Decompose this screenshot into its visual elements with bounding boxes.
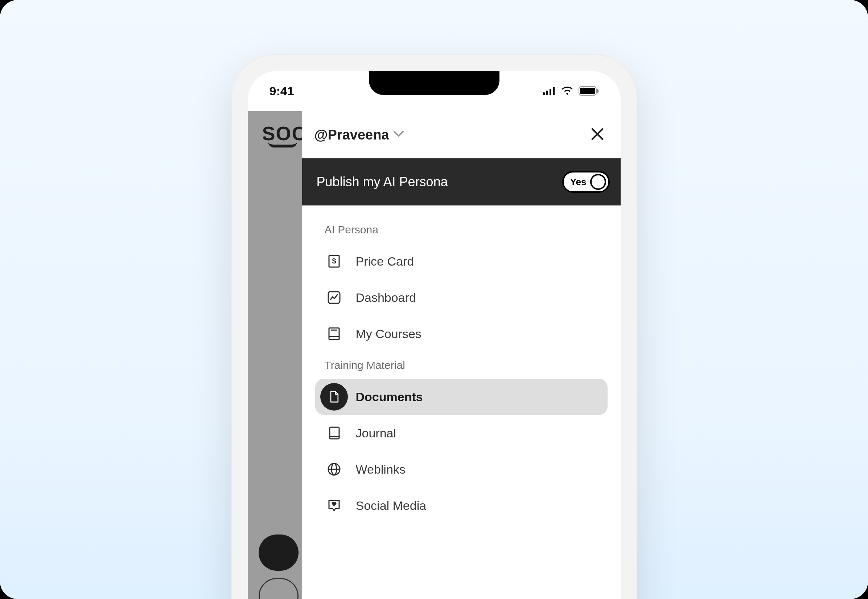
menu-item-my-courses[interactable]: My Courses: [315, 316, 608, 352]
publish-toggle[interactable]: Yes: [562, 171, 610, 193]
close-button[interactable]: [589, 126, 606, 143]
section-label-training-material: Training Material: [325, 359, 608, 372]
toggle-knob: [590, 174, 606, 190]
svg-rect-5: [580, 88, 595, 94]
account-handle: @Praveena: [314, 127, 389, 143]
menu-item-label: Social Media: [356, 499, 427, 513]
toggle-state-text: Yes: [570, 176, 587, 188]
drawer-header: @Praveena: [302, 111, 620, 158]
chevron-down-icon: [394, 131, 404, 139]
drawer-menu: AI Persona $ Price Card Dashboard: [302, 205, 620, 599]
account-switcher[interactable]: @Praveena: [314, 127, 404, 143]
menu-item-social-media[interactable]: Social Media: [315, 488, 608, 524]
courses-icon: [325, 324, 344, 343]
menu-item-journal[interactable]: Journal: [315, 415, 608, 451]
dashboard-icon: [325, 288, 344, 307]
background-secondary-button: [259, 578, 299, 599]
menu-item-label: Weblinks: [356, 462, 406, 477]
document-icon: [320, 383, 348, 411]
status-indicators: [543, 86, 599, 96]
wifi-icon: [561, 87, 574, 95]
menu-item-label: My Courses: [356, 327, 421, 341]
svg-rect-0: [543, 92, 545, 95]
battery-icon: [578, 86, 599, 96]
menu-item-weblinks[interactable]: Weblinks: [315, 451, 608, 488]
menu-item-label: Documents: [356, 390, 423, 404]
globe-icon: [325, 460, 344, 479]
menu-item-price-card[interactable]: $ Price Card: [315, 243, 608, 279]
background-primary-button: [259, 534, 299, 571]
menu-item-dashboard[interactable]: Dashboard: [315, 279, 608, 316]
chat-heart-icon: [325, 496, 344, 515]
phone-frame: 9:41 SOC: [231, 54, 637, 599]
menu-item-label: Dashboard: [356, 290, 416, 305]
journal-icon: [325, 424, 344, 442]
phone-notch: [369, 71, 500, 95]
svg-rect-2: [549, 89, 551, 95]
section-label-ai-persona: AI Persona: [325, 224, 608, 236]
menu-item-label: Price Card: [356, 254, 414, 268]
menu-item-documents[interactable]: Documents: [315, 379, 608, 415]
phone-screen: 9:41 SOC: [248, 71, 620, 599]
svg-text:$: $: [332, 257, 336, 265]
side-drawer: @Praveena Publish my AI Persona: [302, 111, 620, 599]
publish-persona-row: Publish my AI Persona Yes: [302, 158, 620, 205]
publish-label: Publish my AI Persona: [317, 174, 448, 190]
price-card-icon: $: [325, 252, 344, 271]
cellular-icon: [543, 87, 556, 95]
close-icon: [590, 127, 605, 143]
status-time: 9:41: [270, 84, 294, 98]
menu-item-label: Journal: [356, 426, 397, 440]
svg-rect-6: [597, 89, 598, 93]
background-logo: SOC: [262, 122, 307, 147]
svg-rect-3: [553, 87, 555, 95]
svg-rect-1: [546, 90, 548, 95]
